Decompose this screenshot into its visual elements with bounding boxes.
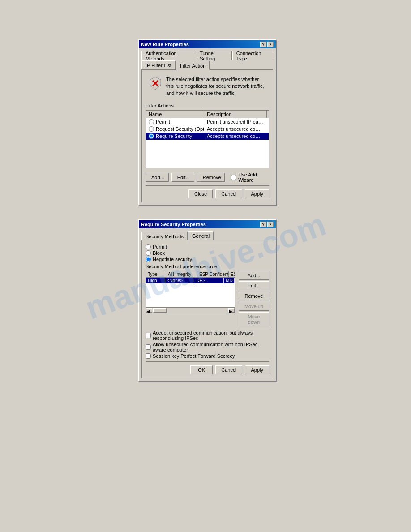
edit-filter-button[interactable]: Edit... (171, 173, 194, 182)
use-add-wizard-label: Use Add Wizard (238, 172, 269, 183)
security-method-table[interactable]: Type AH Integrity ESP Confidential... ES… (146, 271, 235, 307)
dialog2-bottom-buttons: OK Cancel Apply (146, 365, 269, 374)
tab-filter-action[interactable]: Filter Action (176, 61, 210, 70)
checkbox-allow-unsecured: Allow unsecured communication with non I… (146, 342, 269, 352)
cancel-button[interactable]: Cancel (215, 365, 242, 374)
permit-description: Permit unsecured IP packets to ... (204, 119, 267, 125)
cell-ah-integrity: <None> (165, 278, 195, 283)
sm-row[interactable]: High <None> DES MD (146, 278, 235, 283)
require-security-radio[interactable] (149, 133, 154, 139)
dialog1-title: New Rule Properties (141, 42, 189, 47)
cell-type: High (146, 278, 165, 283)
request-security-description: Accepts unsecured communic... (204, 126, 267, 132)
security-method-table-container: Type AH Integrity ESP Confidential... ES… (146, 271, 235, 326)
dialog2-tab-content: Permit Block Negotiate security Security… (141, 240, 273, 378)
dialog1-help-button[interactable]: ? (260, 42, 266, 47)
accept-unsecured-checkbox[interactable] (146, 333, 151, 338)
dialog2-table-area: Type AH Integrity ESP Confidential... ES… (146, 271, 269, 326)
cancel-button[interactable]: Cancel (215, 189, 242, 198)
session-key-checkbox[interactable] (146, 353, 151, 359)
dialog1-tab-content: The selected filter action specifies whe… (141, 69, 273, 202)
tab-authentication-methods[interactable]: Authentication Methods (141, 51, 195, 60)
cell-esp-conf: DES (194, 278, 224, 283)
move-down-button[interactable]: Move down (239, 312, 269, 326)
filter-action-icon (148, 76, 163, 90)
use-add-wizard-checkbox[interactable] (231, 175, 236, 180)
dialog1-info-area: The selected filter action specifies whe… (146, 73, 269, 99)
scroll-right-button[interactable]: ▶ (228, 308, 235, 313)
dialog2-section-label: Security Method preference order (146, 264, 269, 269)
col-esp-conf: ESP Confidential... (197, 271, 229, 277)
dialog1-close-button[interactable]: × (267, 42, 274, 47)
request-security-radio[interactable] (149, 126, 154, 132)
tab-connection-type[interactable]: Connection Type (232, 51, 273, 60)
require-security-description: Accepts unsecured communic... (204, 133, 267, 139)
apply-button[interactable]: Apply (245, 189, 269, 198)
add-sm-button[interactable]: Add... (239, 271, 269, 280)
cell-es: MD (224, 278, 235, 283)
require-security-properties-dialog: Require Security Properties ? × Security… (138, 219, 277, 382)
move-up-button[interactable]: Move up (239, 302, 269, 311)
dialog2-help-button[interactable]: ? (260, 222, 266, 227)
edit-sm-button[interactable]: Edit... (239, 281, 269, 290)
checkbox-accept-unsecured: Accept unsecured communication, but alwa… (146, 330, 269, 341)
tab-general[interactable]: General (188, 231, 214, 240)
add-filter-button[interactable]: Add... (146, 173, 169, 182)
col-description: Description (204, 111, 267, 118)
dialog1-bottom-buttons: Close Cancel Apply (146, 189, 269, 198)
sm-header: Type AH Integrity ESP Confidential... ES (146, 271, 235, 278)
ok-button[interactable]: OK (190, 365, 213, 374)
block-radio-item: Block (146, 250, 269, 256)
tab-tunnel-setting[interactable]: Tunnel Setting (196, 51, 232, 60)
col-ah-integrity: AH Integrity (166, 271, 197, 277)
dialog2-titlebar: Require Security Properties ? × (139, 220, 276, 228)
dialog2-close-button[interactable]: × (267, 222, 274, 227)
remove-sm-button[interactable]: Remove (239, 292, 269, 300)
security-radio-group: Permit Block Negotiate security (146, 244, 269, 262)
tab-ip-filter-list[interactable]: IP Filter List (141, 60, 176, 69)
col-name: Name (146, 111, 204, 118)
dialog2-title: Require Security Properties (141, 222, 206, 227)
negotiate-security-radio-item: Negotiate security (146, 257, 269, 262)
new-rule-properties-dialog: New Rule Properties ? × Authentication M… (138, 39, 277, 206)
permit-radio-item: Permit (146, 244, 269, 249)
dialog1-info-text: The selected filter action specifies whe… (166, 76, 266, 97)
allow-unsecured-checkbox[interactable] (146, 344, 151, 350)
scroll-thumb[interactable] (153, 308, 167, 313)
tab-security-methods[interactable]: Security Methods (141, 232, 188, 240)
list-item[interactable]: Require Security Accepts unsecured commu… (146, 133, 269, 140)
dialog1-filter-buttons: Add... Edit... Remove Use Add Wizard (146, 172, 269, 183)
accept-unsecured-label: Accept unsecured communication, but alwa… (153, 330, 269, 341)
dialog2-tabs: Security Methods General (141, 231, 273, 240)
dialog1-titlebar-buttons: ? × (260, 42, 274, 47)
apply-button[interactable]: Apply (245, 365, 269, 374)
dialog1-filter-actions-list[interactable]: Name Description Permit Permit unsecured… (146, 110, 269, 168)
dialog2-content: Security Methods General Permit Block (139, 228, 276, 381)
dialog2-checkboxes: Accept unsecured communication, but alwa… (146, 330, 269, 359)
horizontal-scrollbar[interactable]: ◀ ▶ (146, 307, 235, 313)
dialog2-titlebar-buttons: ? × (260, 222, 274, 227)
dialog1-titlebar: New Rule Properties ? × (139, 40, 276, 48)
negotiate-security-radio[interactable] (146, 257, 151, 262)
dialog1-tabs-row2: IP Filter List Filter Action (141, 60, 273, 69)
dialog1-tabs-row1: Authentication Methods Tunnel Setting Co… (141, 51, 273, 60)
remove-filter-button[interactable]: Remove (197, 173, 225, 182)
checkbox-session-key: Session key Perfect Forward Secrecy (146, 353, 269, 359)
dialog1-list-header: Name Description (146, 111, 269, 118)
dialog1-content: Authentication Methods Tunnel Setting Co… (139, 48, 276, 205)
session-key-label: Session key Perfect Forward Secrecy (153, 353, 235, 359)
block-radio[interactable] (146, 250, 151, 256)
dialog2-right-buttons: Add... Edit... Remove Move up Move down (239, 271, 269, 326)
permit-radio[interactable] (149, 119, 154, 124)
dialog1-section-label: Filter Actions (146, 103, 269, 108)
list-item[interactable]: Request Security (Optional) Accepts unse… (146, 125, 269, 133)
permit-radio[interactable] (146, 244, 151, 249)
list-item[interactable]: Permit Permit unsecured IP packets to ..… (146, 118, 269, 125)
col-es: ES (229, 271, 235, 277)
use-add-wizard-container: Use Add Wizard (231, 172, 269, 183)
scroll-left-button[interactable]: ◀ (146, 308, 152, 313)
col-type: Type (146, 271, 166, 277)
allow-unsecured-label: Allow unsecured communication with non I… (153, 342, 269, 352)
close-button[interactable]: Close (188, 189, 213, 198)
